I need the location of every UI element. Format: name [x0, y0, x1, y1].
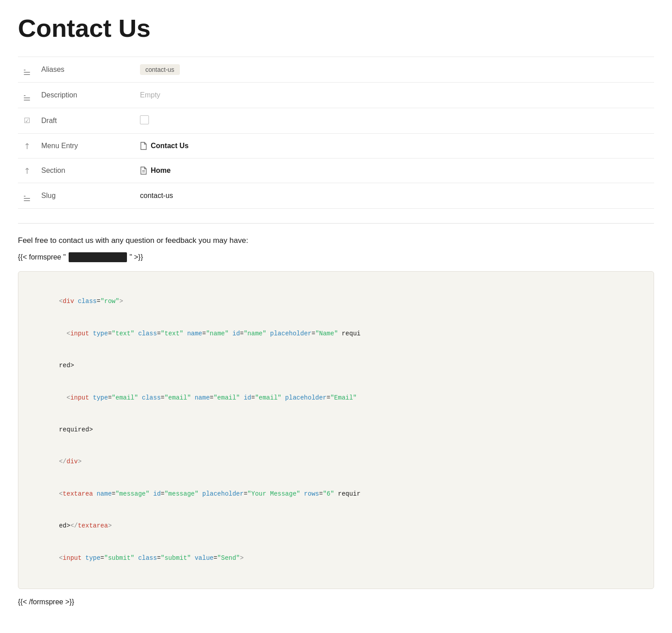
code-line-1: <div class="row"> — [36, 286, 636, 318]
menu-entry-value[interactable]: Contact Us — [135, 133, 654, 158]
section-label: Section — [36, 158, 135, 183]
menu-entry-icon: ↗ — [18, 133, 36, 158]
code-block: <div class="row"> <input type="text" cla… — [18, 271, 654, 589]
section-value[interactable]: Home — [135, 158, 654, 183]
description-label: Description — [36, 82, 135, 108]
doc-icon — [140, 142, 147, 150]
redacted-value — [69, 252, 127, 262]
doc-icon-section — [140, 167, 147, 175]
intro-text: Feel free to contact us with any questio… — [18, 236, 654, 245]
slug-icon — [18, 183, 36, 208]
metadata-row-slug: Slug contact-us — [18, 183, 654, 208]
aliases-value: contact-us — [135, 57, 654, 82]
closing-shortcode: {{< /formspree >}} — [18, 598, 654, 606]
metadata-row-aliases: Aliases contact-us — [18, 57, 654, 82]
slug-label: Slug — [36, 183, 135, 208]
draft-icon: ☑ — [18, 108, 36, 133]
metadata-row-draft: ☑ Draft — [18, 108, 654, 133]
code-line-3b: required> — [36, 414, 636, 446]
draft-label: Draft — [36, 108, 135, 133]
code-line-2: <input type="text" class="text" name="na… — [36, 318, 636, 350]
slug-value: contact-us — [135, 183, 654, 208]
metadata-row-menu-entry: ↗ Menu Entry Contact Us — [18, 133, 654, 158]
metadata-row-description: Description Empty — [18, 82, 654, 108]
section-divider — [18, 223, 654, 224]
metadata-row-section: ↗ Section Home — [18, 158, 654, 183]
description-value: Empty — [135, 82, 654, 108]
menu-entry-label: Menu Entry — [36, 133, 135, 158]
shortcode-close-text: " >}} — [130, 253, 143, 261]
code-line-5: <textarea name="message" id="message" pl… — [36, 478, 636, 510]
aliases-icon — [18, 57, 36, 82]
shortcode-open-line: {{< formspree " " >}} — [18, 252, 654, 262]
aliases-label: Aliases — [36, 57, 135, 82]
code-line-5b: ed></textarea> — [36, 510, 636, 542]
draft-checkbox[interactable] — [140, 115, 149, 124]
code-line-6: <input type="submit" class="submit" valu… — [36, 542, 636, 574]
shortcode-open-text: {{< formspree " — [18, 253, 66, 261]
page-title: Contact Us — [18, 14, 654, 42]
content-section: Feel free to contact us with any questio… — [18, 236, 654, 607]
code-line-2b: red> — [36, 350, 636, 382]
description-icon — [18, 82, 36, 108]
code-line-4: </div> — [36, 446, 636, 478]
metadata-table: Aliases contact-us Description Empty ☑ D… — [18, 57, 654, 209]
draft-checkbox-cell — [135, 108, 654, 133]
code-line-3: <input type="email" class="email" name="… — [36, 382, 636, 414]
section-icon: ↗ — [18, 158, 36, 183]
alias-tag: contact-us — [140, 64, 180, 75]
